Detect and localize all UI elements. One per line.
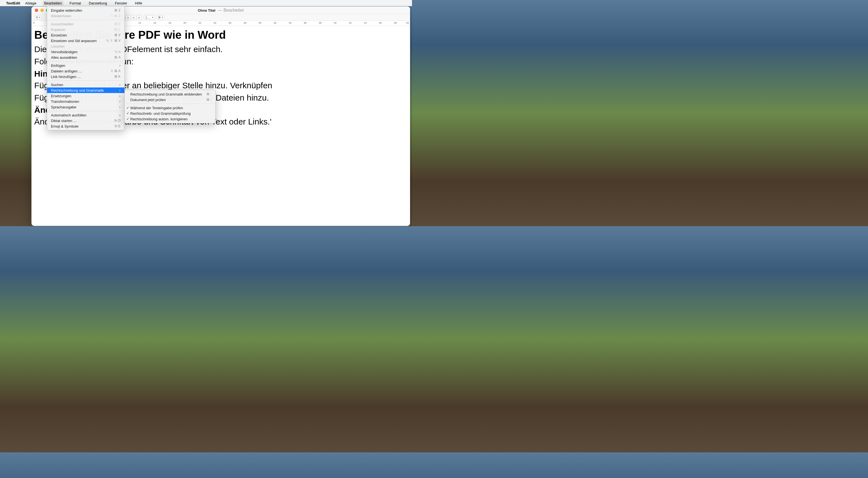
ruler-tick: 40	[334, 22, 337, 24]
align-justify-icon[interactable]: ≡	[137, 15, 142, 20]
menu-separator	[47, 61, 124, 62]
menu-copy: Kopieren⌘ C	[47, 27, 124, 32]
ruler-tick: 20	[183, 22, 186, 24]
menu-separator	[125, 103, 215, 104]
menu-autofill[interactable]: Automatisch ausfüllen	[47, 112, 124, 118]
menu-paste-style[interactable]: Einsetzen und Stil anpassen⌥ ⇧ ⌘ V	[47, 38, 124, 43]
menu-separator	[47, 111, 124, 111]
menu-dictation[interactable]: Diktat starten …fn D	[47, 118, 124, 123]
menubar-format[interactable]: Format	[68, 1, 83, 6]
window-edited-status: — Bearbeitet	[218, 8, 244, 12]
menu-speech[interactable]: Sprachausgabe	[47, 104, 124, 110]
ruler-tick: 50	[406, 22, 409, 24]
menu-emoji[interactable]: Emoji & Symbolefn E	[47, 123, 124, 129]
close-icon[interactable]	[35, 9, 38, 12]
ruler-tick: 36	[304, 22, 307, 24]
ruler-tick: 42	[349, 22, 351, 24]
list-style-select[interactable]: ≣	[157, 15, 164, 20]
align-center-icon[interactable]: ≡	[126, 15, 130, 20]
minimize-icon[interactable]	[40, 9, 44, 12]
ruler-tick: 38	[319, 22, 321, 24]
ruler-tick: 32	[274, 22, 276, 24]
ruler-tick: 16	[153, 22, 156, 24]
paragraph-style-select[interactable]: ¶	[35, 15, 41, 20]
menu-insert[interactable]: Einfügen	[47, 63, 124, 68]
menubar-file[interactable]: Ablage	[23, 1, 38, 6]
spelling-grammar-submenu: Rechtschreibung und Grammatik einblenden…	[124, 90, 216, 123]
ruler-tick: 30	[259, 22, 261, 24]
align-right-icon[interactable]: ≡	[131, 15, 136, 20]
menu-find[interactable]: Suchen	[47, 82, 124, 87]
menu-attach[interactable]: Dateien anfügen …⇧ ⌘ A	[47, 68, 124, 74]
ruler-tick: 26	[228, 22, 231, 24]
edit-menu-dropdown: Eingabe widerrufen⌘ Z Wiederholen⇧ ⌘ Z A…	[47, 6, 125, 130]
menu-cut: Ausschneiden⌘ X	[47, 21, 124, 27]
menu-separator	[47, 81, 124, 81]
menu-spelling-grammar[interactable]: Rechtschreibung und Grammatik	[47, 87, 124, 93]
ruler-tick: 22	[198, 22, 201, 24]
ruler-tick: 28	[244, 22, 246, 24]
ruler-tick: 24	[214, 22, 216, 24]
ruler-tick: 0	[33, 22, 34, 24]
ruler-tick: 14	[138, 22, 141, 24]
menubar-help[interactable]: Hilfe	[133, 1, 144, 6]
menu-undo[interactable]: Eingabe widerrufen⌘ Z	[47, 7, 124, 13]
menu-complete[interactable]: Vervollständigen⌥ ⎋	[47, 49, 124, 55]
menu-delete: Löschen	[47, 43, 124, 49]
window-title: Ohne Titel	[198, 8, 215, 12]
submenu-check-now[interactable]: Dokument jetzt prüfen⌘ ;	[125, 97, 215, 102]
submenu-spell-grammar-check[interactable]: Rechtschreib- und Grammatikprüfung	[125, 111, 215, 116]
menubar-edit[interactable]: Bearbeiten	[42, 1, 63, 6]
ruler-tick: 34	[289, 22, 291, 24]
ruler-tick: 18	[168, 22, 171, 24]
submenu-autocorrect[interactable]: Rechtschreibung autom. korrigieren	[125, 116, 215, 122]
submenu-while-typing[interactable]: Während der Texteingabe prüfen	[125, 105, 215, 111]
menu-select-all[interactable]: Alles auswählen⌘ A	[47, 55, 124, 60]
ruler-tick: 48	[394, 22, 397, 24]
ruler-tick: 44	[364, 22, 367, 24]
system-menu-bar: TextEdit Ablage Bearbeiten Format Darste…	[0, 0, 412, 6]
menu-substitutions[interactable]: Ersetzungen	[47, 93, 124, 99]
menu-transforms[interactable]: Transformationen	[47, 99, 124, 104]
menu-redo: Wiederholen⇧ ⌘ Z	[47, 13, 124, 19]
menu-link[interactable]: Link hinzufügen …⌘ K	[47, 74, 124, 80]
menubar-window[interactable]: Fenster	[113, 1, 129, 6]
menu-paste[interactable]: Einsetzen⌘ V	[47, 32, 124, 38]
submenu-show-spelling[interactable]: Rechtschreibung und Grammatik einblenden…	[125, 91, 215, 97]
menubar-view[interactable]: Darstellung	[87, 1, 109, 6]
ruler-tick: 46	[379, 22, 382, 24]
app-name[interactable]: TextEdit	[6, 1, 20, 5]
line-spacing-select[interactable]: 1,…	[144, 15, 155, 20]
